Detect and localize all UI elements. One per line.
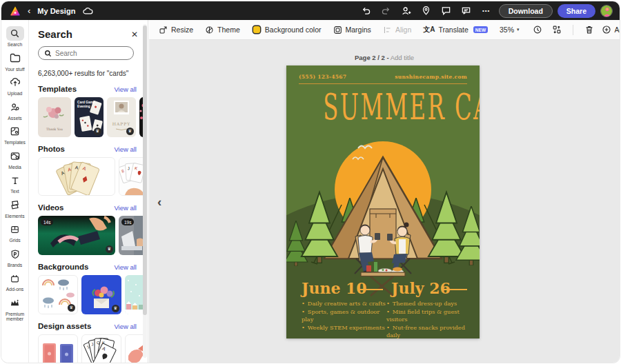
background-thumb-rainbows[interactable]: ♛ <box>38 275 78 314</box>
share-button[interactable]: Share <box>558 4 595 18</box>
template-thumb-birthday[interactable]: HAPPY ♛ <box>107 97 136 137</box>
sidebar-item-upload[interactable]: Upload <box>1 75 29 97</box>
svg-text:Evening: Evening <box>77 105 90 108</box>
results-count: 6,263,000+ results for "cards" <box>38 70 139 77</box>
videos-row: 14s ♛ 19s <box>38 216 143 255</box>
poster-phone[interactable]: (555) 123-4567 <box>299 74 346 80</box>
grids-icon <box>6 222 24 236</box>
section-title-backgrounds: Backgrounds <box>38 263 89 271</box>
sidebar-item-search[interactable]: Search <box>1 26 29 48</box>
document-title[interactable]: My Design <box>37 7 75 15</box>
sidebar-item-add-ons[interactable]: Add-ons <box>1 271 29 292</box>
assets-icon <box>6 100 24 114</box>
background-thumb-flower-envelope[interactable]: ♛ <box>81 275 121 314</box>
location-pin-icon[interactable] <box>419 3 434 19</box>
poster-bullets-right[interactable]: Themed dress-up days Mini field trips & … <box>386 300 477 338</box>
section-title-design-assets: Design assets <box>38 322 91 330</box>
template-thumb-card-game[interactable]: Card Game Evening ♛ <box>75 97 103 137</box>
video-duration-badge: 19s <box>121 219 134 225</box>
add-page-button[interactable]: Add <box>602 25 620 34</box>
delete-page-icon[interactable] <box>582 22 597 37</box>
view-all-design-assets-link[interactable]: View all <box>114 323 137 330</box>
margins-button[interactable]: Margins <box>333 26 371 34</box>
svg-text:Thank You: Thank You <box>46 128 63 131</box>
undo-icon[interactable] <box>359 3 374 19</box>
templates-icon <box>6 124 24 139</box>
top-bar: ‹ My Design <box>1 1 620 20</box>
backgrounds-row: ♛ ♛ <box>38 275 143 314</box>
view-all-photos-link[interactable]: View all <box>114 145 137 153</box>
panel-scrollbar[interactable] <box>143 24 147 358</box>
template-thumb-thank-you[interactable]: Thank You <box>38 97 71 137</box>
sidebar-item-elements[interactable]: Elements <box>1 198 29 219</box>
premium-badge-icon: ♛ <box>94 128 101 135</box>
view-all-backgrounds-link[interactable]: View all <box>114 263 137 271</box>
background-color-button[interactable]: Background color <box>252 25 322 34</box>
section-title-photos: Photos <box>38 145 65 153</box>
poster-date-start[interactable]: June 10 <box>302 279 367 297</box>
sidebar-item-assets[interactable]: Assets <box>1 100 29 121</box>
download-button[interactable]: Download <box>499 4 553 18</box>
search-icon <box>44 50 52 57</box>
arrange-icon[interactable] <box>549 22 564 37</box>
chevron-down-icon: ▾ <box>517 27 520 32</box>
photo-thumb-vintage-cards[interactable]: A A A A <box>38 157 115 196</box>
poster-date-end[interactable]: July 26 <box>391 279 451 297</box>
cloud-sync-icon[interactable] <box>82 6 93 16</box>
sidebar-item-media[interactable]: Media <box>1 149 29 170</box>
close-icon[interactable]: ✕ <box>131 30 138 39</box>
align-icon <box>383 26 392 34</box>
sidebar-item-text[interactable]: Text <box>1 173 29 194</box>
poster-page[interactable]: (555) 123-4567 sunshinecamp.site.com SUM… <box>286 65 480 338</box>
poster-bullets-left[interactable]: Daily creative arts & crafts Sports, gam… <box>302 300 386 332</box>
more-options-icon[interactable]: ••• <box>479 3 494 19</box>
zoom-level-dropdown[interactable]: 35%▾ <box>500 26 520 34</box>
adobe-express-logo-icon[interactable] <box>10 6 21 17</box>
asset-thumb-royal-flush[interactable]: 10 J Q K A <box>81 334 121 363</box>
svg-text:HAPPY: HAPPY <box>112 121 131 126</box>
resize-button[interactable]: Resize <box>159 26 193 34</box>
templates-row: Thank You Card Game Evening ♛ HAPPY <box>38 97 143 137</box>
add-icon <box>602 25 611 34</box>
folder-icon <box>6 51 24 65</box>
media-icon <box>6 149 24 163</box>
design-assets-row: ♛ 10 J Q K A <box>38 334 143 363</box>
asset-thumb-card-backs[interactable]: ♛ <box>38 334 78 363</box>
view-all-templates-link[interactable]: View all <box>114 85 137 93</box>
back-chevron-icon[interactable]: ‹ <box>28 6 30 15</box>
sidebar-item-grids[interactable]: Grids <box>1 222 29 243</box>
panel-title: Search <box>38 28 72 40</box>
history-icon[interactable] <box>530 22 545 37</box>
background-color-swatch <box>252 25 262 34</box>
poster-website[interactable]: sunshinecamp.site.com <box>395 74 467 80</box>
text-icon <box>6 173 24 188</box>
page-label[interactable]: Page 2 / 2 - Add title <box>264 54 505 61</box>
background-thumb-winter-village[interactable] <box>125 275 143 314</box>
sidebar-item-your-stuff[interactable]: Your stuff <box>1 51 29 72</box>
search-input[interactable] <box>55 50 124 57</box>
sidebar-item-premium-member[interactable]: Premium member <box>1 296 29 322</box>
account-avatar[interactable] <box>600 5 613 17</box>
photo-thumb-hand-cards[interactable]: 8 J K <box>119 157 143 196</box>
sidebar-item-brands[interactable]: Brands <box>1 247 29 268</box>
resize-icon <box>159 26 168 34</box>
translate-button[interactable]: 文A Translate NEW <box>423 25 488 34</box>
redo-icon[interactable] <box>379 3 394 19</box>
sidebar-item-templates[interactable]: Templates <box>1 124 29 145</box>
poster-title[interactable]: SUMMER CAMP <box>323 87 443 127</box>
add-ons-icon <box>6 271 24 285</box>
chat-alt-icon[interactable] <box>459 3 474 19</box>
video-thumb-laptop[interactable]: 19s <box>119 216 143 255</box>
upload-icon <box>6 75 24 90</box>
video-thumb-card-shuffle[interactable]: 14s ♛ <box>38 216 115 255</box>
add-collaborator-icon[interactable] <box>399 3 414 19</box>
view-all-videos-link[interactable]: View all <box>114 204 137 212</box>
align-button[interactable]: Align <box>383 26 411 34</box>
asset-thumb-partial[interactable] <box>125 334 143 363</box>
section-title-videos: Videos <box>38 203 64 212</box>
edit-toolbar: Resize Theme Background color Margins Al… <box>149 20 620 40</box>
theme-button[interactable]: Theme <box>205 26 240 34</box>
collapse-panel-chevron-icon[interactable]: ‹ <box>157 194 161 210</box>
comment-icon[interactable] <box>439 3 454 19</box>
brands-icon <box>6 247 24 261</box>
